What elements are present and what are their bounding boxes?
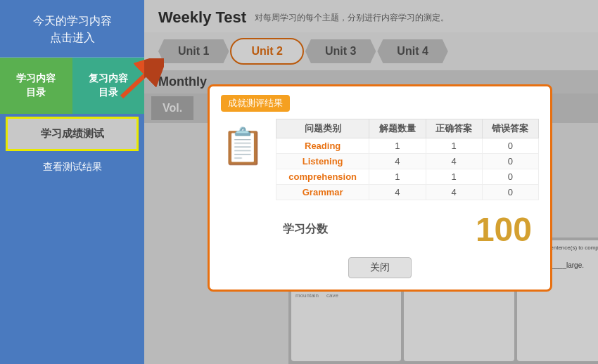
row-type: comprehension xyxy=(276,169,369,185)
row-count: 1 xyxy=(369,138,426,154)
result-card-inner: 📋 问题类别 解题数量 正确答案 错误答案 Reading 1 1 0 xyxy=(221,119,539,249)
result-card-title: 成就测评结果 xyxy=(221,95,290,112)
col-wrong-header: 错误答案 xyxy=(482,119,538,138)
today-sub: 点击进入 xyxy=(50,32,95,44)
col-correct-header: 正确答案 xyxy=(426,119,482,138)
result-table-area: 问题类别 解题数量 正确答案 错误答案 Reading 1 1 0 Listen… xyxy=(276,119,539,249)
sidebar: 今天的学习内容 点击进入 学习内容 目录 复习内容 目录 学习成绩测试 查看测试… xyxy=(0,0,144,364)
main-area: Weekly Test 对每周学习的每个主题，分别进行内容学习的测定。 Unit… xyxy=(144,0,598,364)
row-correct: 1 xyxy=(426,169,482,185)
row-wrong: 0 xyxy=(482,154,538,169)
row-wrong: 0 xyxy=(482,169,538,185)
score-row: 学习分数 100 xyxy=(276,210,539,249)
row-type: Grammar xyxy=(276,185,369,200)
score-value: 100 xyxy=(476,210,532,249)
result-btn[interactable]: 查看测试结果 xyxy=(0,154,144,181)
score-label: 学习分数 xyxy=(283,222,328,237)
row-type: Listening xyxy=(276,154,369,169)
result-card: 成就测评结果 📋 问题类别 解题数量 正确答案 错误答案 Reading 1 xyxy=(208,84,552,292)
row-correct: 4 xyxy=(426,154,482,169)
row-count: 4 xyxy=(369,185,426,200)
row-type: Reading xyxy=(276,138,369,154)
review-content-btn[interactable]: 复习内容 目录 xyxy=(72,58,145,114)
test-btn[interactable]: 学习成绩测试 xyxy=(6,117,139,151)
result-table: 问题类别 解题数量 正确答案 错误答案 Reading 1 1 0 Listen… xyxy=(276,119,539,200)
sidebar-mid-row: 学习内容 目录 复习内容 目录 xyxy=(0,58,144,114)
table-row: comprehension 1 1 0 xyxy=(276,169,539,185)
row-wrong: 0 xyxy=(482,185,538,200)
col-count-header: 解题数量 xyxy=(369,119,426,138)
close-btn-row: 关闭 xyxy=(221,257,539,278)
close-button[interactable]: 关闭 xyxy=(348,257,412,278)
table-row: Grammar 4 4 0 xyxy=(276,185,539,200)
row-wrong: 0 xyxy=(482,138,538,154)
today-section[interactable]: 今天的学习内容 点击进入 xyxy=(0,0,144,58)
row-correct: 4 xyxy=(426,185,482,200)
result-icon: 📋 xyxy=(221,126,265,167)
row-correct: 1 xyxy=(426,138,482,154)
today-label: 今天的学习内容 xyxy=(33,15,112,27)
table-row: Reading 1 1 0 xyxy=(276,138,539,154)
row-count: 4 xyxy=(369,154,426,169)
table-row: Listening 4 4 0 xyxy=(276,154,539,169)
study-content-btn[interactable]: 学习内容 目录 xyxy=(0,58,72,114)
row-count: 1 xyxy=(369,169,426,185)
col-type-header: 问题类别 xyxy=(276,119,369,138)
